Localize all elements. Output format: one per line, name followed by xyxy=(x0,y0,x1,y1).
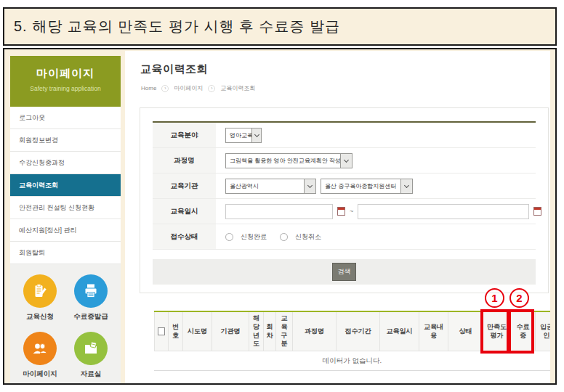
quick-link-certificate-issue[interactable]: 수료증발급 xyxy=(65,274,116,322)
sidebar-menu: 로그아웃 회원정보변경 수강신청중과정 교육이력조회 안전관리 컨설팅 신청현황… xyxy=(10,107,121,264)
col-header-year: 해당년도 xyxy=(249,312,264,351)
date-to-input[interactable] xyxy=(358,204,529,219)
center-select[interactable]: 울산 중구육아종합지원센터 xyxy=(321,179,413,194)
printer-icon xyxy=(74,274,108,308)
quick-link-label: 수료증발급 xyxy=(73,312,108,322)
col-header-province: 시도명 xyxy=(183,312,212,351)
quick-link-label: 마이페이지 xyxy=(23,369,57,379)
page-title: 교육이력조회 xyxy=(140,62,208,76)
date-range-separator: ~ xyxy=(350,208,353,215)
empty-data-message: 데이터가 없습니다. xyxy=(154,351,550,371)
radio-label: 신청완료 xyxy=(241,232,267,242)
radio-label: 신청취소 xyxy=(295,232,321,242)
field-label: 접수상태 xyxy=(153,224,216,249)
clipboard-pencil-icon xyxy=(23,274,57,308)
sidebar-item-budget-support[interactable]: 예산지원[정산] 관리 xyxy=(10,219,121,242)
calendar-icon[interactable] xyxy=(337,207,345,216)
sidebar-title: 마이페이지 xyxy=(10,67,121,81)
annotation-circle-2: 2 xyxy=(509,288,529,308)
breadcrumb-separator-icon xyxy=(208,85,215,92)
quick-link-resources[interactable]: 자료실 xyxy=(65,332,116,379)
col-header-education-type: 교육구분 xyxy=(276,312,293,351)
form-row-education-institution: 교육기관 울산광역시 울산 중구육아종합지원센터 xyxy=(153,173,536,199)
sidebar: 마이페이지 Safety training application 로그아웃 회… xyxy=(10,56,121,385)
field-label: 과정명 xyxy=(153,148,216,173)
chevron-down-icon xyxy=(251,128,261,142)
search-form-table: 교육분야 영아교육 과정명 그림책을 활용한 영아 안전교육계획안 작성법 xyxy=(153,121,536,250)
breadcrumb: Home 마이페이지 교육이력조회 xyxy=(141,84,255,92)
form-row-education-field: 교육분야 영아교육 xyxy=(153,123,536,148)
step-title-bar: 5. 해당 교육의 만족도 평가 시행 후 수료증 발급 xyxy=(3,7,557,46)
step-title: 5. 해당 교육의 만족도 평가 시행 후 수료증 발급 xyxy=(4,17,340,36)
search-button-band: 검색 xyxy=(153,259,536,285)
education-field-select[interactable]: 영아교육 xyxy=(225,128,262,143)
main-panel: 교육이력조회 Home 마이페이지 교육이력조회 교육분야 영아교육 xyxy=(125,51,550,383)
chevron-down-icon xyxy=(400,179,412,193)
annotation-highlight-certificate xyxy=(508,309,534,354)
breadcrumb-current: 교육이력조회 xyxy=(220,84,255,92)
breadcrumb-mypage[interactable]: 마이페이지 xyxy=(174,84,203,92)
sidebar-item-withdraw[interactable]: 회원탈퇴 xyxy=(10,242,121,264)
col-header-education-date: 교육일시 xyxy=(380,312,419,351)
people-icon xyxy=(23,332,57,365)
col-header-payment-confirmation: 입금확인증 xyxy=(536,312,550,351)
quick-link-mypage[interactable]: 마이페이지 xyxy=(15,332,65,379)
chevron-down-icon xyxy=(304,179,315,193)
sidebar-item-safety-consulting[interactable]: 안전관리 컨설팅 신청현황 xyxy=(10,197,121,219)
sidebar-header: 마이페이지 Safety training application xyxy=(10,56,121,107)
selected-value: 울산광역시 xyxy=(226,182,304,190)
application-window: 마이페이지 Safety training application 로그아웃 회… xyxy=(3,48,557,385)
quick-link-education-apply[interactable]: 교육신청 xyxy=(15,274,65,322)
sidebar-item-education-history[interactable]: 교육이력조회 xyxy=(10,174,121,197)
radio-application-cancel[interactable] xyxy=(280,233,288,241)
breadcrumb-home[interactable]: Home xyxy=(141,85,156,91)
folder-icon xyxy=(74,332,108,365)
col-header-status: 상태 xyxy=(448,312,483,351)
search-form: 교육분야 영아교육 과정명 그림책을 활용한 영아 안전교육계획안 작성법 xyxy=(140,107,549,293)
sidebar-item-logout[interactable]: 로그아웃 xyxy=(10,107,121,129)
annotation-circle-1: 1 xyxy=(485,288,504,308)
selected-value: 영아교육 xyxy=(226,131,251,139)
quick-link-label: 자료실 xyxy=(81,369,102,379)
form-row-education-date: 교육일시 ~ xyxy=(153,199,536,224)
radio-application-complete[interactable] xyxy=(225,233,233,241)
selected-value: 그림책을 활용한 영아 안전교육계획안 작성법 xyxy=(226,157,340,165)
col-header-number: 번호 xyxy=(169,312,183,351)
form-row-course-name: 과정명 그림책을 활용한 영아 안전교육계획안 작성법 xyxy=(153,148,536,173)
breadcrumb-separator-icon xyxy=(161,85,169,92)
chevron-down-icon xyxy=(340,154,352,168)
field-label: 교육일시 xyxy=(153,199,216,224)
region-select[interactable]: 울산광역시 xyxy=(225,179,316,194)
form-row-application-status: 접수상태 신청완료 신청취소 xyxy=(153,224,536,250)
select-all-checkbox[interactable] xyxy=(158,327,165,335)
quick-link-label: 교육신청 xyxy=(26,312,54,322)
sidebar-subtitle: Safety training application xyxy=(10,85,121,92)
date-from-input[interactable] xyxy=(225,204,333,219)
sidebar-item-member-info[interactable]: 회원정보변경 xyxy=(10,129,121,152)
col-header-session: 회차 xyxy=(264,312,276,351)
course-name-select[interactable]: 그림책을 활용한 영아 안전교육계획안 작성법 xyxy=(225,153,352,168)
field-label: 교육분야 xyxy=(153,123,216,147)
calendar-icon[interactable] xyxy=(533,207,541,216)
annotation-highlight-satisfaction xyxy=(480,309,509,354)
search-button[interactable]: 검색 xyxy=(332,263,356,281)
sidebar-item-enrolling-courses[interactable]: 수강신청중과정 xyxy=(10,152,121,174)
selected-value: 울산 중구육아종합지원센터 xyxy=(321,182,400,190)
col-header-application-period: 접수기간 xyxy=(337,312,380,351)
col-header-education-content: 교육내용 xyxy=(419,312,448,351)
field-label: 교육기관 xyxy=(153,173,216,198)
col-header-institution: 기관명 xyxy=(212,312,249,351)
col-header-course-name: 과정명 xyxy=(293,312,337,351)
select-all-cell xyxy=(154,312,169,351)
quick-link-panel: 교육신청 수료증발급 xyxy=(10,264,121,385)
